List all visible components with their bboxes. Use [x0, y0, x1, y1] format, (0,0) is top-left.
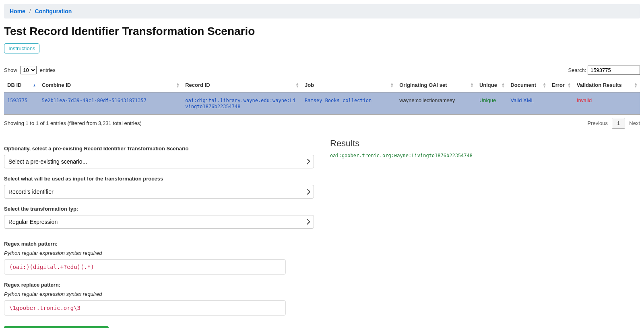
- breadcrumb-home[interactable]: Home: [10, 8, 25, 14]
- breadcrumb-configuration[interactable]: Configuration: [35, 8, 72, 14]
- datatable-info: Showing 1 to 1 of 1 entries (filtered fr…: [4, 120, 142, 126]
- cell-unique: Unique: [479, 97, 496, 103]
- regex-match-input[interactable]: [4, 259, 286, 275]
- pager-next[interactable]: Next: [629, 120, 640, 126]
- results-output: oai:goober.tronic.org:wayne:Livingto1876…: [330, 153, 640, 158]
- cell-oai-set: wayne:collectionramsey: [396, 92, 476, 115]
- page-title: Test Record Identifier Transformation Sc…: [4, 25, 640, 38]
- entries-select[interactable]: 10: [20, 66, 37, 74]
- col-combine-id[interactable]: Combine ID▲▼: [39, 78, 182, 92]
- show-label-prefix: Show: [4, 67, 17, 73]
- col-oai-set[interactable]: Originating OAI set▲▼: [396, 78, 476, 92]
- table-row[interactable]: 1593775 5e2b11ea-7d39-49c1-80df-51643187…: [4, 92, 640, 115]
- show-label-suffix: entries: [40, 67, 56, 73]
- search-box: Search:: [568, 66, 640, 75]
- col-unique[interactable]: Unique▲▼: [476, 78, 508, 92]
- col-validation[interactable]: Validation Results▲▼: [574, 78, 640, 92]
- cell-record-id[interactable]: oai:digital.library.wayne.edu:wayne:Livi…: [185, 98, 296, 109]
- cell-document[interactable]: Valid XML: [510, 97, 534, 103]
- col-db-id[interactable]: DB ID▲: [4, 78, 39, 92]
- search-label: Search:: [568, 67, 586, 73]
- regex-match-note: Python regular expression syntax require…: [4, 250, 314, 256]
- scenario-label: Optionally, select a pre-existing Record…: [4, 146, 314, 152]
- search-input[interactable]: [588, 66, 640, 75]
- pager-page-1[interactable]: 1: [612, 118, 625, 129]
- regex-replace-label: Regex replace pattern:: [4, 282, 314, 288]
- transformation-type-label: Select the transformation typ:: [4, 206, 314, 212]
- breadcrumb-separator: /: [29, 8, 31, 14]
- results-heading: Results: [330, 138, 640, 149]
- entries-length: Show 10 entries: [4, 66, 56, 74]
- records-table: DB ID▲ Combine ID▲▼ Record ID▲▼ Job▲▼ Or…: [4, 78, 640, 115]
- breadcrumb: Home / Configuration: [4, 4, 640, 18]
- cell-job[interactable]: Ramsey Books collection: [305, 98, 372, 103]
- instructions-button[interactable]: Instructions: [4, 43, 39, 53]
- cell-db-id[interactable]: 1593775: [7, 98, 28, 103]
- col-error[interactable]: Error▲▼: [549, 78, 574, 92]
- input-source-label: Select what will be used as input for th…: [4, 176, 314, 182]
- regex-replace-note: Python regular expression syntax require…: [4, 291, 314, 297]
- cell-combine-id[interactable]: 5e2b11ea-7d39-49c1-80df-516431871357: [42, 98, 147, 103]
- regex-match-label: Regex match pattern:: [4, 241, 314, 247]
- col-record-id[interactable]: Record ID▲▼: [182, 78, 301, 92]
- scenario-select[interactable]: Select a pre-existing scenario...: [4, 155, 314, 168]
- pager-previous[interactable]: Previous: [587, 120, 608, 126]
- input-source-select[interactable]: Record's identifier: [4, 185, 314, 199]
- cell-validation: Invalid: [577, 97, 592, 103]
- cell-error: [549, 92, 574, 115]
- col-document[interactable]: Document▲▼: [507, 78, 549, 92]
- regex-replace-input[interactable]: [4, 300, 286, 316]
- transformation-type-select[interactable]: Regular Expression: [4, 215, 314, 229]
- test-transformation-button[interactable]: Test Record Identifier Transformation: [4, 326, 109, 328]
- pagination: Previous 1 Next: [587, 118, 640, 129]
- col-job[interactable]: Job▲▼: [301, 78, 396, 92]
